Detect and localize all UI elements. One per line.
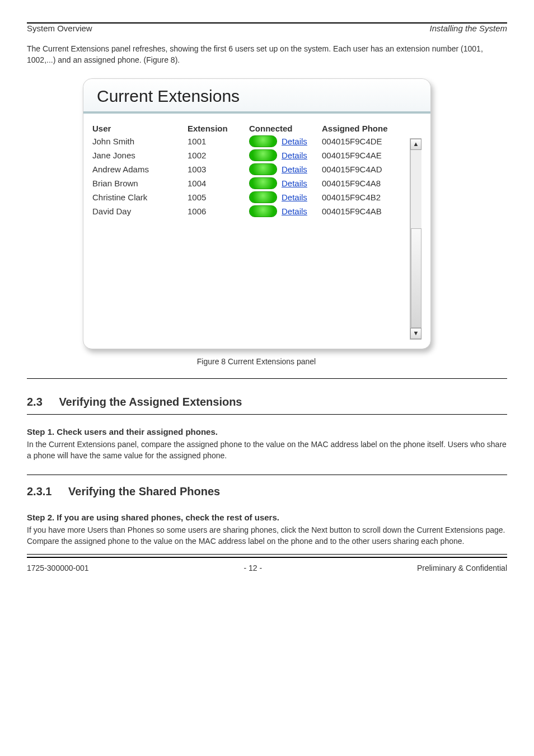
connected-cell: Details xyxy=(249,177,322,189)
intro-paragraph: The Current Extensions panel refreshes, … xyxy=(27,43,507,66)
scroll-down-button[interactable]: ▼ xyxy=(410,328,421,339)
connected-cell: Details xyxy=(249,163,322,175)
footer-right: Preliminary & Confidential xyxy=(417,564,507,572)
assigned-phone-cell: 004015F9C4AB xyxy=(322,206,406,216)
step2-body: If you have more Users than Phones so so… xyxy=(27,524,507,547)
user-cell: David Day xyxy=(92,206,188,216)
status-pill-icon xyxy=(249,163,277,175)
connected-cell: Details xyxy=(249,135,322,147)
status-pill-icon xyxy=(249,177,277,189)
user-cell: Jane Jones xyxy=(92,151,188,160)
step1-title: Step 1. Check users and their assigned p… xyxy=(27,427,507,436)
assigned-phone-cell: 004015F9C4AE xyxy=(322,151,406,160)
details-link[interactable]: Details xyxy=(282,192,307,202)
details-link[interactable]: Details xyxy=(282,137,307,146)
ext-cell: 1003 xyxy=(188,165,249,174)
subsection-number: 2.3.1 xyxy=(27,485,51,498)
chevron-up-icon: ▲ xyxy=(413,141,419,147)
column-header-row: User Extension Connected Assigned Phone xyxy=(92,123,410,134)
assigned-phone-cell: 004015F9C4AD xyxy=(322,165,406,174)
status-pill-icon xyxy=(249,191,277,203)
ext-cell: 1001 xyxy=(188,137,249,146)
footer-center: - 12 - xyxy=(243,564,262,572)
details-link[interactable]: Details xyxy=(282,206,307,216)
section-number: 2.3 xyxy=(27,396,43,408)
ext-cell: 1006 xyxy=(188,206,249,216)
step1-body: In the Current Extensions panel, compare… xyxy=(27,439,507,462)
assigned-phone-cell: 004015F9C4A8 xyxy=(322,179,406,188)
panel-title: Current Extensions xyxy=(97,87,240,105)
ext-cell: 1005 xyxy=(188,192,249,202)
table-row: Christine Clark 1005 Details 004015F9C4B… xyxy=(92,190,410,204)
details-link[interactable]: Details xyxy=(282,151,307,160)
panel-body: User Extension Connected Assigned Phone … xyxy=(83,114,430,349)
table-row: Andrew Adams 1003 Details 004015F9C4AD xyxy=(92,162,410,176)
user-cell: Brian Brown xyxy=(92,179,188,188)
col-assigned: Assigned Phone xyxy=(322,124,406,133)
table-row: Jane Jones 1002 Details 004015F9C4AE xyxy=(92,148,410,162)
details-link[interactable]: Details xyxy=(282,179,307,188)
connected-cell: Details xyxy=(249,191,322,203)
header-left: System Overview xyxy=(27,24,92,33)
assigned-phone-cell: 004015F9C4DE xyxy=(322,137,406,146)
table-row: John Smith 1001 Details 004015F9C4DE xyxy=(92,134,410,148)
status-pill-icon xyxy=(249,205,277,217)
page-header: System Overview Installing the System xyxy=(27,24,507,43)
list-area: User Extension Connected Assigned Phone … xyxy=(92,123,410,349)
section-title: Verifying the Assigned Extensions xyxy=(59,396,242,408)
table-row: Brian Brown 1004 Details 004015F9C4A8 xyxy=(92,176,410,190)
footer-divider xyxy=(27,554,507,555)
scroll-thumb[interactable] xyxy=(411,228,421,328)
scroll-track[interactable] xyxy=(410,150,421,328)
subsection-heading: 2.3.1 Verifying the Shared Phones xyxy=(27,485,507,498)
col-user: User xyxy=(92,124,188,133)
user-cell: John Smith xyxy=(92,137,188,146)
header-right: Installing the System xyxy=(430,24,507,33)
user-cell: Andrew Adams xyxy=(92,165,188,174)
page-footer: 1725-300000-001 - 12 - Preliminary & Con… xyxy=(27,558,507,572)
connected-cell: Details xyxy=(249,205,322,217)
details-link[interactable]: Details xyxy=(282,165,307,174)
user-cell: Christine Clark xyxy=(92,192,188,202)
current-extensions-panel: Current Extensions User Extension Connec… xyxy=(83,78,431,349)
col-connected: Connected xyxy=(249,124,322,133)
chevron-down-icon: ▼ xyxy=(413,330,419,336)
section-divider xyxy=(27,378,507,379)
status-pill-icon xyxy=(249,149,277,161)
connected-cell: Details xyxy=(249,149,322,161)
section-heading: 2.3 Verifying the Assigned Extensions xyxy=(27,396,507,408)
subsection-title: Verifying the Shared Phones xyxy=(68,485,220,497)
col-extension: Extension xyxy=(188,124,249,133)
section-divider xyxy=(27,414,507,415)
ext-cell: 1002 xyxy=(188,151,249,160)
footer-left: 1725-300000-001 xyxy=(27,564,89,572)
step2-title: Step 2. If you are using shared phones, … xyxy=(27,513,507,522)
ext-cell: 1004 xyxy=(188,179,249,188)
panel-header: Current Extensions xyxy=(83,79,430,114)
vertical-scrollbar[interactable]: ▲ ▼ xyxy=(410,138,421,340)
subsection-divider xyxy=(27,475,507,475)
status-pill-icon xyxy=(249,135,277,147)
table-row: David Day 1006 Details 004015F9C4AB xyxy=(92,204,410,218)
assigned-phone-cell: 004015F9C4B2 xyxy=(322,192,406,202)
figure-caption: Figure 8 Current Extensions panel xyxy=(83,357,430,366)
scroll-up-button[interactable]: ▲ xyxy=(410,139,421,150)
